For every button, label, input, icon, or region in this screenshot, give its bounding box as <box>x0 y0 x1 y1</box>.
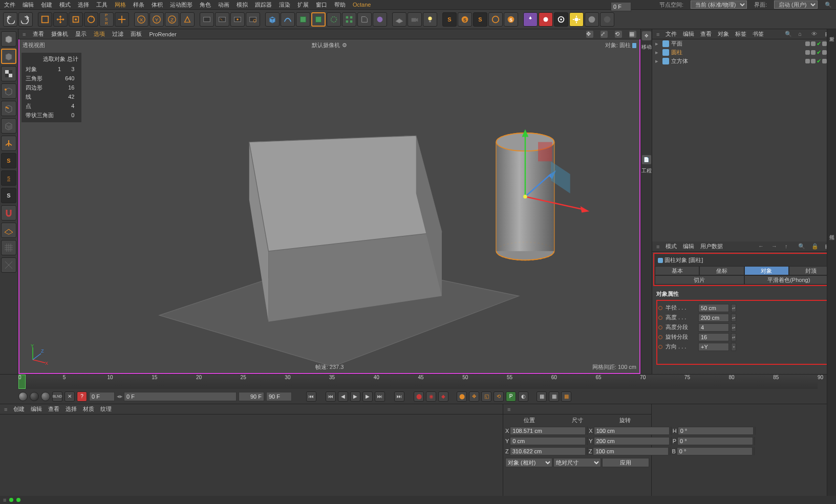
vp-nav-icon[interactable]: ✥ <box>586 31 593 38</box>
mat-help-button[interactable]: ? <box>77 391 87 402</box>
rs-f-button[interactable] <box>600 12 614 27</box>
key-scale-button[interactable]: ◱ <box>481 391 491 402</box>
vp-menu-display[interactable]: 显示 <box>75 30 87 38</box>
field-button[interactable] <box>327 12 341 27</box>
model-mode-button[interactable] <box>1 31 16 47</box>
menu-mesh[interactable]: 网格 <box>115 1 126 9</box>
goto-nextkey-button[interactable]: ⏭ <box>375 391 385 402</box>
edge-mode-button[interactable] <box>1 101 16 116</box>
workplane-button[interactable] <box>1 223 16 238</box>
coord-pos-input[interactable] <box>510 437 586 445</box>
object-manager-tree[interactable]: ▸平面✔◆▸圆柱✔◆▸立方体✔◆ <box>652 39 836 242</box>
key-sel-button[interactable]: ⬤ <box>457 391 467 402</box>
redo-button[interactable] <box>18 12 33 27</box>
attr-lock-icon[interactable]: 🔒 <box>811 243 819 250</box>
mat-preview-a[interactable] <box>18 392 28 401</box>
play-fwd-button[interactable]: ▶ <box>350 391 360 402</box>
vp-toggle-icon[interactable]: ▦ <box>629 31 636 38</box>
timeline-menu-c[interactable]: ▦ <box>561 391 571 402</box>
menu-mode[interactable]: 模式 <box>59 1 71 9</box>
goto-start-button[interactable]: ⏮ <box>306 391 316 402</box>
rs-c-button[interactable] <box>554 12 568 27</box>
next-frame-button[interactable]: ▶ <box>362 391 373 402</box>
render-view-button[interactable] <box>200 12 214 27</box>
rs-d-button[interactable] <box>569 12 584 27</box>
vp-menu-options[interactable]: 选项 <box>94 30 105 38</box>
object-row[interactable]: ▸平面✔◆ <box>652 39 836 48</box>
cube-primitive-button[interactable] <box>265 12 280 27</box>
menu-render[interactable]: 渲染 <box>279 1 290 9</box>
octane-d-button[interactable] <box>488 12 503 27</box>
timeline-menu-a[interactable]: ▦ <box>537 391 547 402</box>
viewport-solo-c[interactable]: S <box>1 188 16 203</box>
mat-preview-c[interactable] <box>41 392 50 401</box>
om-home-icon[interactable]: ⌂ <box>798 31 805 38</box>
viewport-solo-a[interactable]: S <box>1 153 16 168</box>
attr-tab[interactable]: 基本 <box>655 266 699 275</box>
timeline-frame-a[interactable] <box>89 392 115 401</box>
attribute-input[interactable] <box>698 343 729 351</box>
mat-preview-b[interactable] <box>30 392 39 401</box>
undo-button[interactable] <box>3 12 17 27</box>
octane-b-button[interactable]: S <box>458 12 472 27</box>
om-menu-edit[interactable]: 编辑 <box>683 30 694 38</box>
point-mode-button[interactable] <box>1 83 16 99</box>
keyframe-button[interactable]: ◆ <box>438 391 448 402</box>
timeline-ruler[interactable]: 051015202530354045505560657075808590 <box>18 375 818 389</box>
mat-menu-view[interactable]: 查看 <box>48 405 59 413</box>
dock-move-button[interactable]: ✥ <box>642 31 651 40</box>
om-menu-file[interactable]: 文件 <box>666 30 677 38</box>
dock-project-button[interactable]: 📄 <box>642 155 651 164</box>
menu-character[interactable]: 角色 <box>200 1 211 9</box>
generator-button[interactable] <box>296 12 310 27</box>
object-row[interactable]: ▸立方体✔◆ <box>652 57 836 65</box>
snap-button[interactable] <box>1 205 16 221</box>
autokey-button[interactable]: ◉ <box>426 391 436 402</box>
render-settings-button[interactable] <box>246 12 260 27</box>
render-picture-button[interactable] <box>230 12 245 27</box>
attr-up-icon[interactable]: ↑ <box>785 243 792 250</box>
lock-z-button[interactable]: Z <box>165 12 179 27</box>
attr-tab[interactable]: 坐标 <box>699 266 744 275</box>
attr-tab[interactable]: 对象 <box>744 266 789 275</box>
axis-mode-button[interactable] <box>1 136 16 151</box>
attr-fwd-icon[interactable]: → <box>771 243 779 250</box>
spinner[interactable]: ▴▾ <box>731 304 736 312</box>
coord-system-button[interactable] <box>180 12 195 27</box>
prev-frame-button[interactable]: ◀ <box>338 391 348 402</box>
menu-volume[interactable]: 体积 <box>152 1 163 9</box>
vp-menu-prorender[interactable]: ProRender <box>149 31 176 37</box>
rs-b-button[interactable] <box>539 12 553 27</box>
attr-menu-mode[interactable]: 模式 <box>666 243 677 250</box>
texture-mode-button[interactable] <box>1 66 16 81</box>
menu-help[interactable]: 帮助 <box>334 1 346 9</box>
coord-mode-select[interactable]: 对象 (相对) <box>505 458 552 467</box>
mat-menu-edit[interactable]: 编辑 <box>31 405 42 413</box>
vp-menu-cameras[interactable]: 摄像机 <box>51 30 68 38</box>
om-eye-icon[interactable]: 👁 <box>811 31 819 38</box>
floor-button[interactable] <box>392 12 406 27</box>
camera-button[interactable] <box>408 12 422 27</box>
record-button[interactable]: ⬤ <box>414 391 424 402</box>
om-menu-view[interactable]: 查看 <box>700 30 712 38</box>
mat-menu-select[interactable]: 选择 <box>66 405 77 413</box>
menu-mograph[interactable]: 运动图形 <box>170 1 192 9</box>
rs-a-button[interactable] <box>523 12 538 27</box>
spinner[interactable]: ▴▾ <box>731 314 736 322</box>
move-button[interactable] <box>53 12 68 27</box>
mat-blend-button[interactable]: BLND <box>52 391 62 402</box>
vp-zoom-icon[interactable]: ⤢ <box>601 31 608 38</box>
menu-window[interactable]: 窗口 <box>316 1 327 9</box>
viewport-solo-b[interactable]: S <box>1 170 16 186</box>
attr-search-icon[interactable]: 🔍 <box>798 243 805 250</box>
timeline-frame-c[interactable] <box>239 392 264 401</box>
search-icon[interactable]: 🔍 <box>825 2 832 8</box>
tag-button[interactable] <box>357 12 372 27</box>
rs-e-button[interactable] <box>585 12 599 27</box>
mat-menu-material[interactable]: 材质 <box>83 405 94 413</box>
mat-menu-texture[interactable]: 纹理 <box>100 405 112 413</box>
octane-c-button[interactable]: S <box>473 12 487 27</box>
vp-orbit-icon[interactable]: ⟲ <box>615 31 622 38</box>
object-mode-button[interactable] <box>1 49 16 64</box>
menu-edit[interactable]: 编辑 <box>23 1 34 9</box>
